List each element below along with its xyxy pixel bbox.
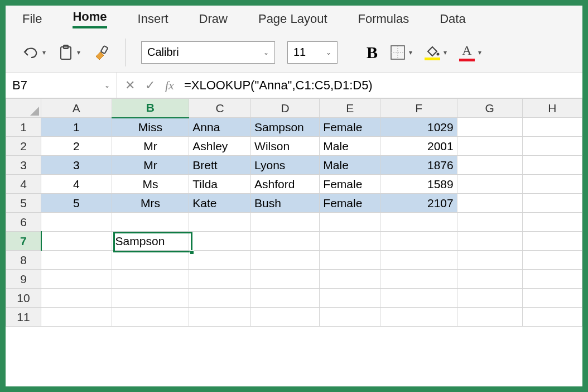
cell[interactable]: Male (320, 156, 380, 175)
cell[interactable] (112, 308, 189, 327)
cell[interactable] (380, 289, 457, 308)
cell[interactable] (112, 251, 189, 270)
cell[interactable]: Mr (112, 137, 189, 156)
cell[interactable]: Kate (189, 194, 251, 213)
formula-input[interactable]: =XLOOKUP("Anna",C1:C5,D1:D5) (182, 78, 582, 93)
cell[interactable] (457, 213, 522, 232)
cell[interactable]: 3 (41, 156, 112, 175)
font-size-select[interactable]: 11 ⌄ (287, 41, 338, 64)
cell[interactable]: 4 (41, 175, 112, 194)
cell[interactable] (189, 289, 251, 308)
cell[interactable]: 2107 (380, 194, 457, 213)
font-color-button[interactable]: A ▾ (459, 43, 481, 61)
paste-button[interactable]: ▾ (58, 44, 80, 61)
cell[interactable] (522, 232, 582, 251)
cell[interactable] (380, 251, 457, 270)
col-header-F[interactable]: F (380, 99, 457, 118)
cell[interactable] (189, 213, 251, 232)
cell[interactable] (522, 137, 582, 156)
row-header[interactable]: 3 (6, 156, 41, 175)
cell[interactable] (189, 270, 251, 289)
cell[interactable] (251, 232, 320, 251)
cell[interactable] (457, 289, 522, 308)
row-header[interactable]: 11 (6, 308, 41, 327)
cell[interactable] (380, 308, 457, 327)
row-header[interactable]: 5 (6, 194, 41, 213)
borders-button[interactable]: ▾ (390, 45, 412, 60)
cell[interactable]: 1029 (380, 118, 457, 137)
cell[interactable] (251, 270, 320, 289)
cell[interactable] (41, 289, 112, 308)
cell[interactable] (457, 270, 522, 289)
tab-page-layout[interactable]: Page Layout (258, 12, 327, 26)
cell[interactable] (320, 270, 380, 289)
cell[interactable]: Tilda (189, 175, 251, 194)
row-header[interactable]: 10 (6, 289, 41, 308)
cell[interactable] (41, 251, 112, 270)
row-header[interactable]: 4 (6, 175, 41, 194)
cell[interactable] (522, 289, 582, 308)
tab-file[interactable]: File (22, 12, 42, 26)
cell[interactable]: Ms (112, 175, 189, 194)
cell[interactable]: 1589 (380, 175, 457, 194)
cell[interactable] (522, 156, 582, 175)
fx-label[interactable]: fx (165, 78, 174, 93)
cell[interactable] (189, 232, 251, 251)
cell[interactable] (457, 308, 522, 327)
font-name-select[interactable]: Calibri ⌄ (141, 41, 275, 64)
select-all-corner[interactable] (6, 99, 41, 118)
cell[interactable]: Ashford (251, 175, 320, 194)
cell[interactable] (522, 194, 582, 213)
cell[interactable]: Lyons (251, 156, 320, 175)
cell[interactable]: Brett (189, 156, 251, 175)
row-header[interactable]: 7 (6, 232, 41, 251)
cell[interactable] (522, 175, 582, 194)
bold-button[interactable]: B (367, 43, 378, 62)
cell[interactable] (320, 251, 380, 270)
name-box[interactable]: B7 ⌄ (6, 73, 117, 98)
cell[interactable] (380, 270, 457, 289)
cell[interactable]: 1876 (380, 156, 457, 175)
format-painter-button[interactable] (93, 44, 109, 61)
cell[interactable]: Female (320, 118, 380, 137)
cell[interactable]: 2001 (380, 137, 457, 156)
cell[interactable] (112, 213, 189, 232)
col-header-B[interactable]: B (112, 99, 189, 118)
col-header-E[interactable]: E (320, 99, 380, 118)
cell[interactable] (457, 194, 522, 213)
cell[interactable] (189, 308, 251, 327)
cell[interactable] (457, 137, 522, 156)
cell[interactable] (320, 232, 380, 251)
row-header[interactable]: 8 (6, 251, 41, 270)
sheet-grid[interactable]: A B C D E F G H 1 1 Miss Anna Sampson Fe… (6, 98, 582, 327)
cell[interactable] (522, 213, 582, 232)
row-header[interactable]: 6 (6, 213, 41, 232)
cell[interactable]: Bush (251, 194, 320, 213)
cell[interactable] (380, 232, 457, 251)
col-header-H[interactable]: H (522, 99, 582, 118)
cell[interactable] (41, 232, 112, 251)
cell[interactable] (457, 175, 522, 194)
fill-color-button[interactable]: ▾ (425, 45, 447, 60)
cell[interactable] (320, 289, 380, 308)
cell[interactable] (320, 308, 380, 327)
cell[interactable] (522, 251, 582, 270)
cell[interactable]: Anna (189, 118, 251, 137)
cell[interactable] (457, 156, 522, 175)
cell[interactable] (41, 308, 112, 327)
cell[interactable] (41, 270, 112, 289)
cell[interactable]: 1 (41, 118, 112, 137)
cell[interactable] (457, 232, 522, 251)
cell[interactable]: 2 (41, 137, 112, 156)
cell[interactable] (189, 251, 251, 270)
col-header-G[interactable]: G (457, 99, 522, 118)
cell[interactable] (41, 213, 112, 232)
cell[interactable]: Ashley (189, 137, 251, 156)
cell[interactable] (457, 251, 522, 270)
cell[interactable]: Female (320, 194, 380, 213)
tab-draw[interactable]: Draw (199, 12, 228, 26)
cell[interactable]: Mr (112, 156, 189, 175)
enter-formula-button[interactable]: ✓ (145, 78, 155, 93)
cell[interactable]: Mrs (112, 194, 189, 213)
cell[interactable] (522, 270, 582, 289)
